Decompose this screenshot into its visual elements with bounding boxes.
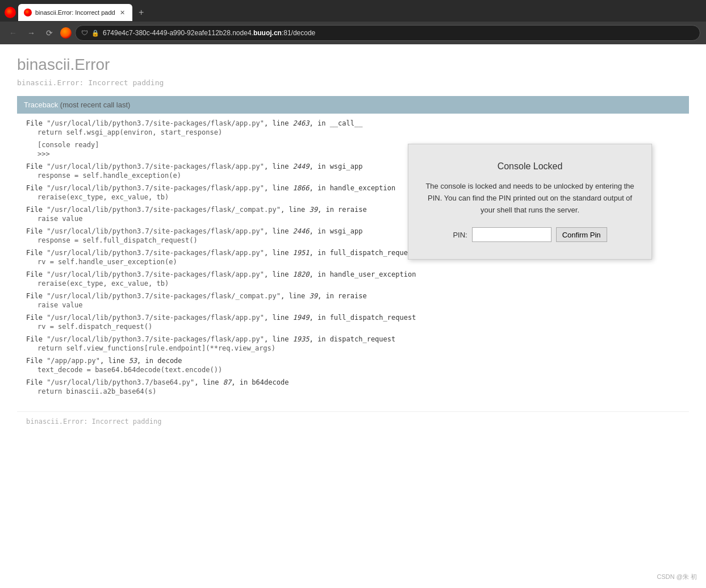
page-error-subtitle: binascii.Error: Incorrect padding bbox=[17, 78, 689, 87]
reload-button[interactable]: ⟳ bbox=[42, 26, 57, 40]
forward-button[interactable]: → bbox=[24, 26, 39, 40]
trace-code-text: raise value bbox=[26, 301, 680, 309]
confirm-pin-button[interactable]: Confirm Pin bbox=[556, 227, 607, 242]
trace-code-text: return self.wsgi_app(environ, start_resp… bbox=[26, 128, 680, 136]
trace-file-text: File "/usr/local/lib/python3.7/site-pack… bbox=[26, 292, 680, 300]
browser-logo-icon bbox=[5, 7, 16, 18]
console-locked-description: The console is locked and needs to be un… bbox=[423, 181, 637, 216]
address-text: 6749e4c7-380c-4449-a990-92eafe112b28.nod… bbox=[103, 29, 315, 37]
traceback-recent-label: (most recent call last) bbox=[60, 101, 131, 109]
table-row: File "/usr/local/lib/python3.7/site-pack… bbox=[17, 314, 689, 331]
shield-icon: 🛡 bbox=[81, 29, 88, 37]
traceback-header: Traceback (most recent call last) bbox=[17, 96, 689, 114]
trace-file-text: File "/usr/local/lib/python3.7/site-pack… bbox=[26, 270, 680, 278]
trace-file-text: File "/usr/local/lib/python3.7/site-pack… bbox=[26, 119, 680, 127]
table-row: File "/usr/local/lib/python3.7/site-pack… bbox=[17, 270, 689, 287]
tab-bar: binascii.Error: Incorrect padd ✕ + bbox=[0, 0, 706, 22]
pin-label: PIN: bbox=[453, 231, 467, 239]
table-row: File "/usr/local/lib/python3.7/base64.py… bbox=[17, 378, 689, 395]
trace-file-text: File "/usr/local/lib/python3.7/site-pack… bbox=[26, 314, 680, 322]
active-tab[interactable]: binascii.Error: Incorrect padd ✕ bbox=[18, 4, 132, 21]
trace-code-text: text_decode = base64.b64decode(text.enco… bbox=[26, 366, 680, 374]
tab-title: binascii.Error: Incorrect padd bbox=[35, 9, 115, 16]
pin-row: PIN: Confirm Pin bbox=[423, 227, 637, 242]
console-locked-title: Console Locked bbox=[423, 161, 637, 172]
table-row: File "/usr/local/lib/python3.7/site-pack… bbox=[17, 335, 689, 352]
tab-close-button[interactable]: ✕ bbox=[119, 9, 127, 16]
trace-file-text: File "/usr/local/lib/python3.7/site-pack… bbox=[26, 335, 680, 343]
console-desc-text: The console is locked and needs to be un… bbox=[425, 182, 634, 214]
page-content: binascii.Error binascii.Error: Incorrect… bbox=[0, 44, 706, 588]
browser-chrome: binascii.Error: Incorrect padd ✕ + ← → ⟳… bbox=[0, 0, 706, 44]
table-row: File "/usr/local/lib/python3.7/site-pack… bbox=[17, 292, 689, 309]
table-row: File "/app/app.py", line 53, in decode t… bbox=[17, 357, 689, 374]
bottom-error-text: binascii.Error: Incorrect padding bbox=[17, 411, 689, 431]
address-prefix: 6749e4c7-380c-4449-a990-92eafe112b28.nod… bbox=[103, 29, 253, 37]
trace-file-text: File "/app/app.py", line 53, in decode bbox=[26, 357, 680, 365]
firefox-logo-icon bbox=[60, 27, 72, 39]
pin-input[interactable] bbox=[472, 227, 552, 242]
trace-code-text: reraise(exc_type, exc_value, tb) bbox=[26, 280, 680, 287]
console-locked-panel: Console Locked The console is locked and… bbox=[408, 144, 652, 260]
address-bar[interactable]: 🛡 🔒 6749e4c7-380c-4449-a990-92eafe112b28… bbox=[75, 25, 700, 41]
table-row: File "/usr/local/lib/python3.7/site-pack… bbox=[17, 119, 689, 136]
traceback-label: Traceback bbox=[24, 101, 60, 109]
trace-code-text: return self.view_functions[rule.endpoint… bbox=[26, 344, 680, 352]
trace-code-text: rv = self.dispatch_request() bbox=[26, 323, 680, 331]
nav-bar: ← → ⟳ 🛡 🔒 6749e4c7-380c-4449-a990-92eafe… bbox=[0, 22, 706, 44]
page-error-title: binascii.Error bbox=[17, 56, 689, 74]
trace-file-text: File "/usr/local/lib/python3.7/base64.py… bbox=[26, 378, 680, 386]
lock-icon: 🔒 bbox=[91, 30, 99, 37]
new-tab-button[interactable]: + bbox=[135, 6, 148, 19]
address-domain: buuoj.cn bbox=[253, 29, 282, 37]
trace-code-text: return binascii.a2b_base64(s) bbox=[26, 387, 680, 395]
tab-favicon-icon bbox=[24, 9, 32, 16]
back-button[interactable]: ← bbox=[6, 26, 20, 40]
csdn-watermark: CSDN @朱 初 bbox=[657, 573, 697, 581]
address-path: :81/decode bbox=[282, 29, 315, 37]
